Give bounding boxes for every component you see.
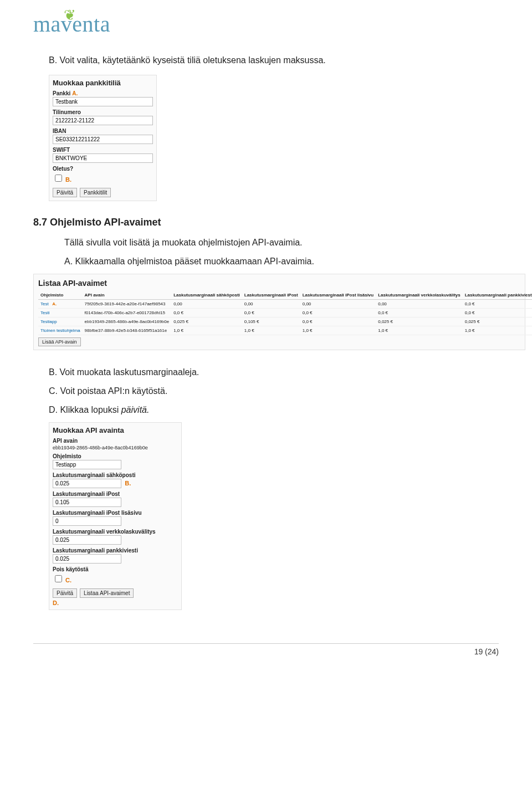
- form2-title: Muokkaa API avainta: [53, 426, 178, 434]
- l-ipost-ls-input[interactable]: [53, 516, 121, 526]
- ohjelmisto-label: Ohjelmisto: [53, 453, 178, 459]
- pois-check-row: C.: [53, 573, 178, 584]
- cell-c5: 0,0 €: [463, 300, 532, 309]
- cell-c3: 0,00: [300, 300, 376, 309]
- edit-bank-form: Muokkaa pankkitiliä Pankki A. Tilinumero…: [49, 75, 157, 201]
- cell-c5: 1,0 €: [463, 326, 532, 335]
- th-ipost-lisasivu: Laskutusmarginaali iPost lisäsivu: [300, 291, 376, 300]
- tilinumero-input[interactable]: [53, 116, 153, 125]
- th-sahkoposti: Laskutusmarginaali sähköposti: [171, 291, 242, 300]
- list-api-keys-button[interactable]: Listaa API-avaimet: [80, 588, 134, 598]
- section-8-7-title: 8.7 Ohjelmisto API-avaimet: [33, 217, 499, 228]
- annotation-d-form2: D.: [53, 600, 178, 606]
- cell-c4: 1,0 €: [376, 326, 463, 335]
- tilinumero-label: Tilinumero: [53, 109, 153, 115]
- cell-c2: 0,105 €: [242, 317, 300, 326]
- th-verkkolasku: Laskutusmarginaali verkkolaskuvälitys: [376, 291, 463, 300]
- l-sahk-label: Laskutusmarginaali sähköposti: [53, 472, 178, 478]
- th-ohjelmisto: Ohjelmisto: [38, 291, 83, 300]
- oletus-checkbox[interactable]: [55, 175, 62, 182]
- l-verkko-input[interactable]: [53, 535, 121, 545]
- annotation-b-form2: B.: [125, 480, 131, 486]
- add-api-key-button[interactable]: Lisää API-avain: [38, 337, 81, 346]
- paivita-button[interactable]: Päivitä: [53, 188, 77, 197]
- annotation-c-form2: C.: [65, 577, 71, 583]
- app-link[interactable]: Testi: [40, 310, 49, 315]
- cell-c4: 0,0 €: [376, 309, 463, 317]
- table-row: Test A. 75f205c9-3619-442e-a20e-f147aef9…: [38, 300, 532, 309]
- oletus-label: Oletus?: [53, 166, 153, 172]
- annotation-a-table: A.: [52, 301, 57, 306]
- table-row: Ttoinen testiohjelma 98bfbe37-88b9-42e5-…: [38, 326, 532, 335]
- paivita-button-2[interactable]: Päivitä: [53, 588, 77, 598]
- swift-input[interactable]: [53, 153, 153, 163]
- edit-api-key-form: Muokkaa API avainta API avain ebb19349-2…: [49, 422, 182, 610]
- section-8-7-intro: Tällä sivulla voit lisätä ja muokata ohj…: [64, 236, 499, 249]
- page-footer: 19 (24): [33, 643, 499, 656]
- iban-label: IBAN: [53, 128, 153, 134]
- cell-c3: 0,0 €: [300, 309, 376, 317]
- cell-c3: 1,0 €: [300, 326, 376, 335]
- ohjelmisto-input[interactable]: [53, 460, 121, 469]
- cell-key: ebb19349-2865-486b-a49e-8ac0b4169b0e: [83, 317, 172, 326]
- cell-c4: 0,025 €: [376, 317, 463, 326]
- apikey-label: API avain: [53, 438, 178, 444]
- l-ipost-ls-label: Laskutusmarginaali iPost lisäsivu: [53, 510, 178, 516]
- cell-c2: 0,0 €: [242, 309, 300, 317]
- cell-key: f0143dac-f70b-406c-a2b7-e001728dfd15: [83, 309, 172, 317]
- list-item-c: C. Voit poistaa API:n käytöstä.: [49, 385, 499, 398]
- app-link[interactable]: Testiapp: [40, 319, 57, 324]
- logo: maventa ❦: [33, 11, 499, 37]
- cell-key: 75f205c9-3619-442e-a20e-f147aef98543: [83, 300, 172, 309]
- api-table: Ohjelmisto API avain Laskutusmarginaali …: [38, 291, 532, 335]
- oletus-check-row: B.: [53, 173, 153, 183]
- annotation-a: A.: [72, 90, 78, 96]
- cell-c4: 0,00: [376, 300, 463, 309]
- swift-label: SWIFT: [53, 147, 153, 153]
- cell-c2: 0,00: [242, 300, 300, 309]
- l-sahk-input[interactable]: [53, 479, 121, 488]
- l-ipost-label: Laskutusmarginaali iPost: [53, 491, 178, 497]
- cell-c1: 0,0 €: [171, 309, 242, 317]
- table-row: Testiapp ebb19349-2865-486b-a49e-8ac0b41…: [38, 317, 532, 326]
- th-api-avain: API avain: [83, 291, 172, 300]
- cell-c5: 0,0 €: [463, 309, 532, 317]
- cell-c5: 0,025 €: [463, 317, 532, 326]
- pois-checkbox[interactable]: [55, 575, 62, 582]
- leaf-icon: ❦: [64, 7, 76, 24]
- l-ipost-input[interactable]: [53, 498, 121, 507]
- pankkitilit-button[interactable]: Pankkitilit: [80, 188, 111, 197]
- api-list-title: Listaa API-avaimet: [38, 279, 520, 288]
- app-link[interactable]: Test: [40, 301, 49, 306]
- pois-label: Pois käytöstä: [53, 566, 178, 572]
- page-number: 19 (24): [474, 647, 499, 656]
- form-title: Muokkaa pankkitiliä: [53, 79, 153, 87]
- list-item-b: B. Voit muokata laskutusmarginaaleja.: [49, 366, 499, 379]
- api-table-head-row: Ohjelmisto API avain Laskutusmarginaali …: [38, 291, 532, 300]
- annotation-b: B.: [65, 176, 71, 183]
- l-pankki-label: Laskutusmarginaali pankkiviesti: [53, 547, 178, 554]
- pankki-input[interactable]: [53, 97, 153, 106]
- apikey-value: ebb19349-2865-486b-a49e-8ac0b4169b0e: [53, 445, 178, 450]
- text-b: B. Voit valita, käytetäänkö kyseistä til…: [49, 54, 499, 67]
- l-verkko-label: Laskutusmarginaali verkkolaskuvälitys: [53, 529, 178, 535]
- th-ipost: Laskutusmarginaali iPost: [242, 291, 300, 300]
- cell-c1: 1,0 €: [171, 326, 242, 335]
- section-8-7-a: A. Klikkaamalla ohjelmistoa pääset muokk…: [64, 255, 499, 268]
- cell-c1: 0,025 €: [171, 317, 242, 326]
- table-row: Testi f0143dac-f70b-406c-a2b7-e001728dfd…: [38, 309, 532, 317]
- cell-key: 98bfbe37-88b9-42e5-b348-6165f51a161e: [83, 326, 172, 335]
- app-link[interactable]: Ttoinen testiohjelma: [40, 328, 80, 333]
- api-list-block: Listaa API-avaimet Ohjelmisto API avain …: [33, 274, 525, 350]
- cell-c1: 0,00: [171, 300, 242, 309]
- th-pankkiviesti: Laskutusmarginaali pankkiviesti: [463, 291, 532, 300]
- l-pankki-input[interactable]: [53, 554, 121, 564]
- pankki-label: Pankki A.: [53, 90, 153, 96]
- cell-c3: 0,0 €: [300, 317, 376, 326]
- list-item-d: D. Klikkaa lopuksi päivitä.: [49, 403, 499, 417]
- cell-c2: 1,0 €: [242, 326, 300, 335]
- iban-input[interactable]: [53, 135, 153, 144]
